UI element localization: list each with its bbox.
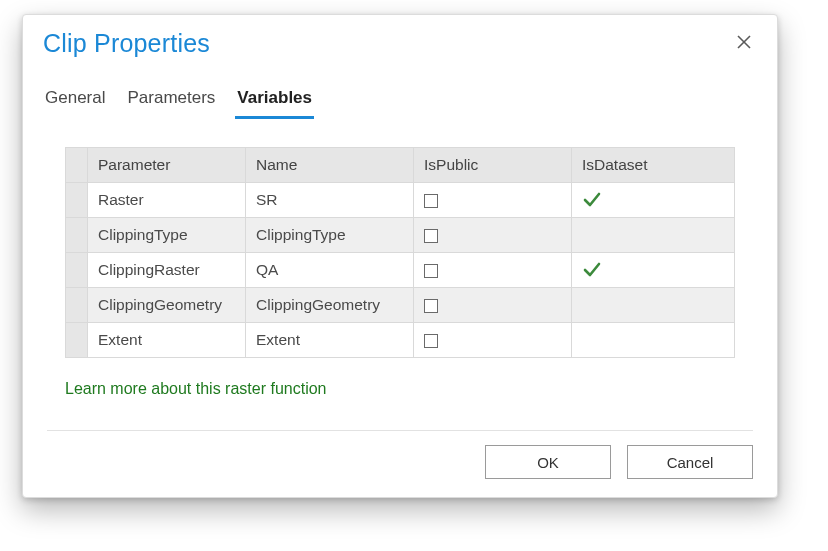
cell-name[interactable]: QA	[246, 253, 414, 288]
checkbox-icon[interactable]	[424, 264, 438, 278]
check-icon	[582, 260, 602, 280]
cell-ispublic[interactable]	[414, 183, 572, 218]
table-row[interactable]: ClippingGeometryClippingGeometry	[66, 288, 735, 323]
checkbox-icon[interactable]	[424, 229, 438, 243]
cell-ispublic[interactable]	[414, 323, 572, 358]
col-header-ispublic[interactable]: IsPublic	[414, 148, 572, 183]
tab-parameters[interactable]: Parameters	[125, 84, 217, 119]
row-header[interactable]	[66, 218, 88, 253]
cell-parameter[interactable]: Raster	[88, 183, 246, 218]
tab-variables[interactable]: Variables	[235, 84, 314, 119]
cell-name[interactable]: SR	[246, 183, 414, 218]
table-row[interactable]: ClippingTypeClippingType	[66, 218, 735, 253]
close-button[interactable]	[731, 29, 757, 55]
cell-name[interactable]: ClippingGeometry	[246, 288, 414, 323]
col-header-name[interactable]: Name	[246, 148, 414, 183]
row-header[interactable]	[66, 288, 88, 323]
learn-more-link[interactable]: Learn more about this raster function	[65, 380, 735, 398]
cell-name[interactable]: ClippingType	[246, 218, 414, 253]
cell-isdataset[interactable]	[572, 288, 735, 323]
tab-bar: GeneralParametersVariables	[23, 62, 777, 119]
cell-parameter[interactable]: ClippingGeometry	[88, 288, 246, 323]
cell-parameter[interactable]: ClippingType	[88, 218, 246, 253]
checkbox-icon[interactable]	[424, 194, 438, 208]
col-header-parameter[interactable]: Parameter	[88, 148, 246, 183]
cell-isdataset[interactable]	[572, 253, 735, 288]
titlebar: Clip Properties	[23, 15, 777, 62]
cell-ispublic[interactable]	[414, 288, 572, 323]
checkbox-icon[interactable]	[424, 334, 438, 348]
variables-table: Parameter Name IsPublic IsDataset Raster…	[65, 147, 735, 358]
cell-parameter[interactable]: ClippingRaster	[88, 253, 246, 288]
cell-isdataset[interactable]	[572, 183, 735, 218]
clip-properties-dialog: Clip Properties GeneralParametersVariabl…	[22, 14, 778, 498]
table-row[interactable]: ClippingRasterQA	[66, 253, 735, 288]
cell-isdataset[interactable]	[572, 323, 735, 358]
ok-button[interactable]: OK	[485, 445, 611, 479]
row-header-corner	[66, 148, 88, 183]
table-row[interactable]: ExtentExtent	[66, 323, 735, 358]
cell-name[interactable]: Extent	[246, 323, 414, 358]
dialog-title: Clip Properties	[43, 29, 210, 58]
dialog-footer: OK Cancel	[47, 430, 753, 497]
table-header-row: Parameter Name IsPublic IsDataset	[66, 148, 735, 183]
col-header-isdataset[interactable]: IsDataset	[572, 148, 735, 183]
content-area: Parameter Name IsPublic IsDataset Raster…	[23, 119, 777, 416]
cell-parameter[interactable]: Extent	[88, 323, 246, 358]
cell-ispublic[interactable]	[414, 253, 572, 288]
cancel-button[interactable]: Cancel	[627, 445, 753, 479]
tab-general[interactable]: General	[43, 84, 107, 119]
cell-ispublic[interactable]	[414, 218, 572, 253]
check-icon	[582, 190, 602, 210]
close-icon	[737, 35, 751, 49]
row-header[interactable]	[66, 253, 88, 288]
table-row[interactable]: RasterSR	[66, 183, 735, 218]
row-header[interactable]	[66, 323, 88, 358]
cell-isdataset[interactable]	[572, 218, 735, 253]
checkbox-icon[interactable]	[424, 299, 438, 313]
row-header[interactable]	[66, 183, 88, 218]
